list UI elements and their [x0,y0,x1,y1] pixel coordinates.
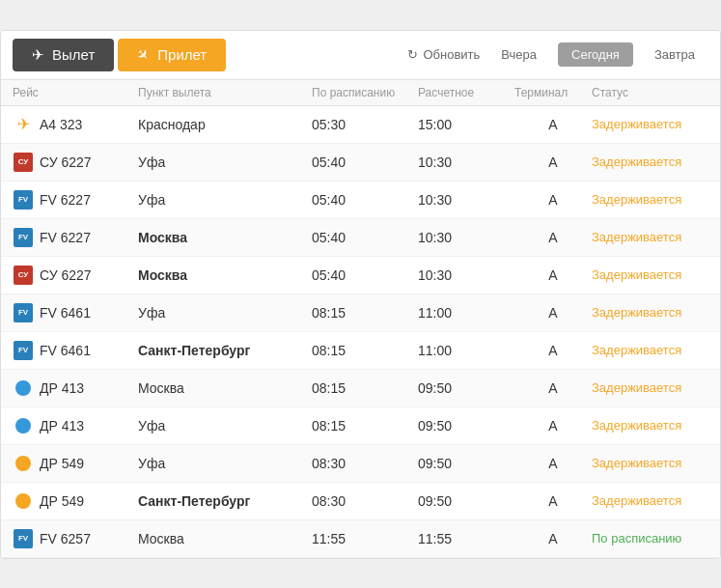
table-row[interactable]: ✈ А4 323 Краснодар 05:30 15:00 A Задержи… [1,106,720,144]
status: Задерживается [592,380,708,395]
scheduled-time: 05:40 [312,192,418,208]
refresh-button[interactable]: ↻ Обновить [407,47,480,62]
flight-cell: FV FV 6227 [13,189,138,210]
flight-number: FV 6461 [40,343,91,358]
tab-arrive-button[interactable]: ✈ Прилет [118,39,226,71]
origin-city: Уфа [138,192,312,208]
col-scheduled-header: По расписанию [312,86,418,99]
terminal: A [514,267,592,283]
flight-number: СУ 6227 [40,154,92,170]
airline-icon: ✈ [13,114,34,135]
tomorrow-label: Завтра [654,47,695,62]
estimated-time: 10:30 [418,154,514,170]
table-row[interactable]: СУ СУ 6227 Уфа 05:40 10:30 A Задерживает… [1,144,720,182]
scheduled-time: 08:15 [312,380,418,396]
table-row[interactable]: ДР 413 Уфа 08:15 09:50 A Задерживается [1,407,720,445]
origin-city: Санкт-Петербург [138,493,312,509]
scheduled-time: 11:55 [312,531,418,546]
airline-icon: FV [13,227,34,248]
table-row[interactable]: ДР 413 Москва 08:15 09:50 A Задерживаетс… [1,370,720,407]
scheduled-time: 08:30 [312,456,418,471]
table-row[interactable]: СУ СУ 6227 Москва 05:40 10:30 A Задержив… [1,257,720,294]
terminal: A [514,493,592,509]
flight-cell: СУ СУ 6227 [13,152,138,173]
flight-number: ДР 549 [40,493,84,509]
today-label: Сегодня [571,47,620,62]
tomorrow-button[interactable]: Завтра [641,42,708,67]
table-row[interactable]: FV FV 6257 Москва 11:55 11:55 A По распи… [1,520,720,558]
terminal: A [514,305,592,321]
scheduled-time: 05:30 [312,117,418,132]
yesterday-button[interactable]: Вчера [487,42,550,67]
terminal: A [514,230,592,245]
status: Задерживается [592,493,708,508]
status: Задерживается [592,117,708,131]
airline-icon [13,415,34,436]
table-row[interactable]: FV FV 6227 Москва 05:40 10:30 A Задержив… [1,219,720,257]
col-origin-header: Пункт вылета [138,86,312,99]
airline-icon: FV [13,302,34,323]
header-actions: ↻ Обновить Вчера Сегодня Завтра [407,42,708,67]
scheduled-time: 08:15 [312,343,418,358]
origin-city: Уфа [138,305,312,321]
terminal: A [514,456,592,471]
flight-cell: ДР 549 [13,490,138,512]
col-flight-header: Рейс [13,86,138,99]
estimated-time: 11:00 [418,343,514,358]
flight-number: FV 6227 [40,192,91,208]
estimated-time: 09:50 [418,418,514,434]
flight-board: ✈ Вылет ✈ Прилет ↻ Обновить Вчера Сегодн… [0,30,721,559]
origin-city: Москва [138,531,312,546]
estimated-time: 10:30 [418,267,514,283]
estimated-time: 11:00 [418,305,514,321]
status: Задерживается [592,267,708,282]
flight-cell: FV FV 6461 [13,302,138,323]
flight-cell: FV FV 6461 [13,340,138,361]
origin-city: Уфа [138,456,312,471]
airline-icon: FV [13,189,34,210]
table-row[interactable]: FV FV 6461 Уфа 08:15 11:00 A Задерживает… [1,294,720,332]
origin-city: Санкт-Петербург [138,343,312,358]
airline-icon [13,453,34,474]
col-estimated-header: Расчетное [418,86,514,99]
flight-cell: СУ СУ 6227 [13,265,138,286]
table-header: Рейс Пункт вылета По расписанию Расчетно… [1,80,720,106]
flight-cell: ✈ А4 323 [13,114,138,135]
origin-city: Москва [138,230,312,245]
flight-number: СУ 6227 [40,267,92,283]
table-row[interactable]: FV FV 6461 Санкт-Петербург 08:15 11:00 A… [1,332,720,370]
status: Задерживается [592,192,708,207]
arrive-plane-icon: ✈ [133,44,154,66]
header: ✈ Вылет ✈ Прилет ↻ Обновить Вчера Сегодн… [1,31,720,80]
estimated-time: 09:50 [418,380,514,396]
estimated-time: 09:50 [418,493,514,509]
terminal: A [514,154,592,170]
table-row[interactable]: ДР 549 Уфа 08:30 09:50 A Задерживается [1,445,720,483]
table-row[interactable]: FV FV 6227 Уфа 05:40 10:30 A Задерживает… [1,182,720,219]
scheduled-time: 05:40 [312,267,418,283]
today-button[interactable]: Сегодня [558,42,633,67]
flight-cell: ДР 549 [13,453,138,474]
status: Задерживается [592,456,708,470]
estimated-time: 10:30 [418,230,514,245]
scheduled-time: 08:15 [312,418,418,434]
scheduled-time: 08:15 [312,305,418,321]
flight-number: FV 6227 [40,230,91,245]
depart-plane-icon: ✈ [32,46,44,64]
table-body: ✈ А4 323 Краснодар 05:30 15:00 A Задержи… [1,106,720,558]
terminal: A [514,117,592,132]
flight-number: FV 6257 [40,531,91,546]
airline-icon [13,378,34,399]
tab-depart-button[interactable]: ✈ Вылет [13,39,114,71]
table-row[interactable]: ДР 549 Санкт-Петербург 08:30 09:50 A Зад… [1,483,720,520]
estimated-time: 11:55 [418,531,514,546]
flight-number: А4 323 [40,117,82,132]
airline-icon: FV [13,340,34,361]
origin-city: Москва [138,380,312,396]
terminal: A [514,418,592,434]
status: Задерживается [592,343,708,357]
tab-depart-label: Вылет [52,46,95,63]
status: Задерживается [592,230,708,244]
scheduled-time: 05:40 [312,230,418,245]
airline-icon: FV [13,528,34,549]
